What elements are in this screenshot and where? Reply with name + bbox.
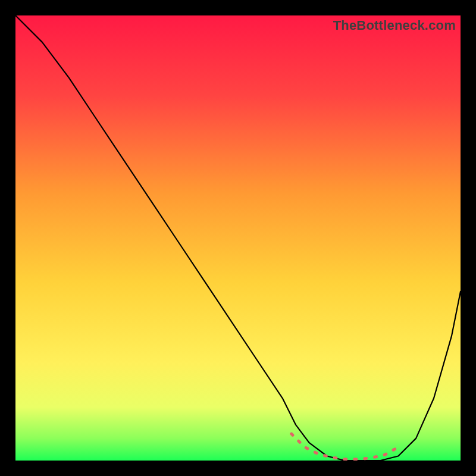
chart-frame: TheBottleneck.com xyxy=(15,15,461,461)
watermark-text: TheBottleneck.com xyxy=(333,18,456,33)
bottleneck-chart xyxy=(15,15,461,461)
chart-background xyxy=(15,15,461,461)
